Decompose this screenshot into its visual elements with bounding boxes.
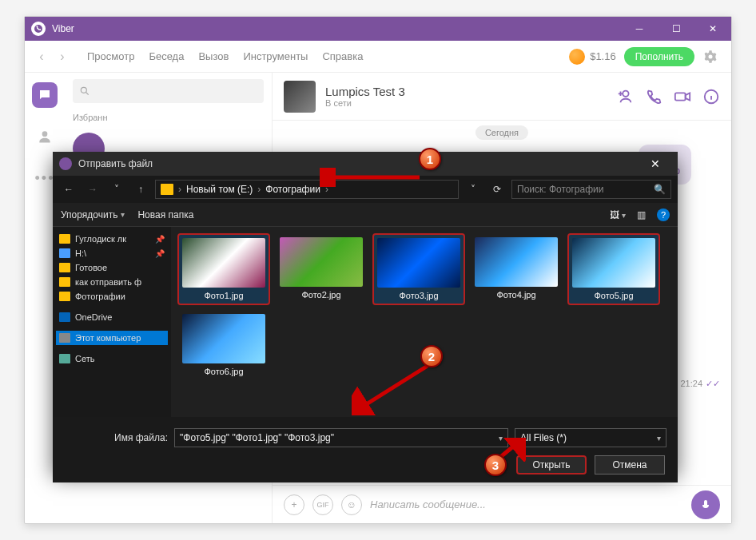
- svg-point-2: [623, 90, 628, 96]
- tree-item-thispc[interactable]: Этот компьютер: [56, 331, 168, 345]
- dialog-toolbar: Упорядочить▾ Новая папка 🖼 ▾ ▥ ?: [53, 203, 678, 227]
- search-placeholder: Поиск: Фотографии: [517, 184, 604, 195]
- chat-status: В сети: [325, 98, 405, 108]
- video-call-icon[interactable]: [674, 88, 691, 105]
- file-label: Фото6.jpg: [204, 367, 243, 376]
- gif-button[interactable]: GIF: [312, 494, 333, 515]
- viber-icon: [59, 157, 72, 170]
- menu-call[interactable]: Вызов: [198, 50, 229, 62]
- folder-icon: [161, 184, 173, 195]
- dialog-footer: Имя файла: "Фото5.jpg" "Фото1.jpg" "Фото…: [53, 417, 678, 482]
- favorites-label: Избранн: [65, 109, 272, 125]
- composer: + GIF ☺ Написать сообщение...: [273, 485, 731, 523]
- maximize-button[interactable]: ☐: [658, 17, 694, 41]
- date-separator: Сегодня: [475, 125, 528, 140]
- orange-icon: [569, 49, 585, 65]
- file-label: Фото4.jpg: [496, 290, 535, 300]
- svg-point-1: [81, 87, 86, 93]
- message-time: 21:24 ✓✓: [680, 288, 720, 478]
- menu-help[interactable]: Справка: [322, 50, 363, 62]
- search-input[interactable]: Поиск: Фотографии 🔍: [511, 180, 671, 199]
- gear-icon[interactable]: [702, 49, 718, 65]
- annotation-marker-1: 1: [419, 148, 441, 170]
- file-type-filter[interactable]: All Files (*)▾: [515, 428, 666, 447]
- minimize-button[interactable]: ─: [621, 17, 658, 41]
- preview-pane-icon[interactable]: ▥: [637, 209, 646, 220]
- chat-name: Lumpics Test 3: [325, 85, 405, 98]
- thumbnail: [182, 238, 265, 288]
- thumbnail: [572, 238, 655, 288]
- chats-tab-icon[interactable]: [32, 82, 58, 108]
- tree-item-network[interactable]: Сеть: [56, 351, 168, 366]
- thumbnail: [182, 314, 265, 363]
- file-item[interactable]: Фото2.jpg: [275, 233, 368, 305]
- topup-button[interactable]: Пополнить: [624, 47, 694, 66]
- tree-item[interactable]: Готовое: [56, 260, 168, 275]
- file-open-dialog: Отправить файл ✕ ← → ˅ ↑ › Новый том (E:…: [53, 152, 678, 471]
- tree-item[interactable]: Гуглодиск лк📌: [56, 232, 168, 246]
- chat-header: Lumpics Test 3 В сети: [273, 73, 731, 121]
- file-item[interactable]: Фото6.jpg: [177, 310, 270, 380]
- thumbnail: [475, 237, 558, 287]
- message-input[interactable]: Написать сообщение...: [370, 498, 683, 510]
- add-contact-icon[interactable]: [616, 88, 634, 105]
- contacts-tab-icon[interactable]: [32, 124, 58, 149]
- svg-rect-3: [675, 93, 686, 100]
- file-label: Фото1.jpg: [204, 291, 243, 300]
- annotation-arrow-1: [320, 168, 424, 187]
- nav-back-icon[interactable]: ←: [59, 180, 78, 199]
- info-icon[interactable]: [702, 88, 720, 105]
- thumbnail: [377, 238, 460, 288]
- sticker-button[interactable]: ☺: [341, 494, 362, 515]
- breadcrumb[interactable]: Фотографии: [265, 184, 320, 195]
- tree-item-onedrive[interactable]: OneDrive: [56, 310, 168, 324]
- filename-label: Имя файла:: [64, 432, 168, 443]
- attach-button[interactable]: +: [284, 494, 304, 515]
- dropdown-icon[interactable]: ˅: [464, 180, 483, 199]
- svg-line-7: [361, 366, 428, 407]
- nav-up-icon[interactable]: ↑: [131, 180, 150, 199]
- help-icon[interactable]: ?: [657, 208, 670, 221]
- thumbnail: [280, 237, 363, 287]
- file-item[interactable]: Фото1.jpg: [177, 233, 270, 305]
- file-item[interactable]: Фото5.jpg: [567, 233, 660, 305]
- voice-call-icon[interactable]: [645, 88, 662, 105]
- mic-button[interactable]: [691, 490, 720, 519]
- view-icon[interactable]: 🖼 ▾: [610, 209, 626, 220]
- nav-up-icon[interactable]: ˅: [107, 180, 126, 199]
- new-folder-button[interactable]: Новая папка: [137, 209, 193, 220]
- svg-point-0: [42, 131, 48, 137]
- file-item[interactable]: Фото3.jpg: [372, 233, 465, 305]
- viber-logo-icon: [31, 22, 46, 36]
- file-label: Фото5.jpg: [594, 291, 633, 300]
- close-button[interactable]: ✕: [694, 17, 731, 41]
- cancel-button[interactable]: Отмена: [595, 455, 665, 474]
- search-icon: 🔍: [654, 184, 666, 195]
- search-input[interactable]: [73, 79, 264, 103]
- organize-button[interactable]: Упорядочить▾: [61, 209, 125, 220]
- nav-forward-icon[interactable]: ›: [52, 46, 73, 67]
- tree-item[interactable]: H:\📌: [56, 246, 168, 260]
- filename-input[interactable]: "Фото5.jpg" "Фото1.jpg" "Фото3.jpg"▾: [174, 428, 508, 447]
- balance[interactable]: $1.16: [569, 49, 616, 65]
- menubar: ‹ › Просмотр Беседа Вызов Инструменты Сп…: [25, 41, 731, 73]
- nav-forward-icon[interactable]: →: [83, 180, 102, 199]
- file-label: Фото2.jpg: [301, 290, 340, 300]
- file-item[interactable]: Фото4.jpg: [470, 233, 563, 305]
- balance-amount: $1.16: [590, 50, 616, 62]
- open-button[interactable]: Открыть: [516, 455, 587, 474]
- tree-item[interactable]: Фотографии: [56, 289, 168, 304]
- annotation-marker-3: 3: [484, 454, 507, 476]
- chat-avatar: [284, 81, 316, 113]
- annotation-arrow-2: [352, 359, 432, 415]
- file-label: Фото3.jpg: [399, 291, 438, 300]
- refresh-icon[interactable]: ⟳: [487, 180, 507, 199]
- menu-view[interactable]: Просмотр: [87, 50, 134, 62]
- dialog-close-button[interactable]: ✕: [639, 157, 671, 170]
- tree-item[interactable]: как отправить ф: [56, 275, 168, 289]
- menu-chat[interactable]: Беседа: [149, 50, 184, 62]
- titlebar: Viber ─ ☐ ✕: [25, 17, 731, 41]
- nav-back-icon[interactable]: ‹: [31, 46, 52, 67]
- menu-tools[interactable]: Инструменты: [243, 50, 308, 62]
- breadcrumb[interactable]: Новый том (E:): [186, 184, 253, 195]
